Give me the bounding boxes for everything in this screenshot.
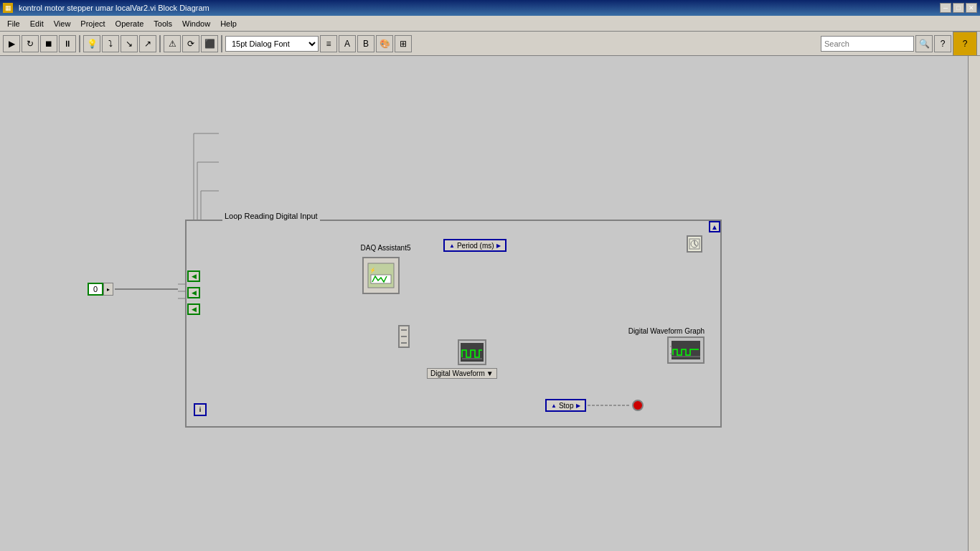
highlight-button[interactable]: 💡 — [83, 35, 100, 52]
unbundle-connector-1 — [401, 329, 407, 331]
unbundle-connector-3 — [401, 342, 407, 344]
title-bar-left: ▦ kontrol motor stepper umar localVar2.v… — [3, 3, 209, 13]
scroll-down-button[interactable]: ▼ — [969, 540, 980, 551]
loop-inner: ▲ ◀ ◀ ◀ DAQ Assistant5 ⚡ — [187, 221, 720, 426]
step-out-button[interactable]: ↗ — [139, 35, 156, 52]
shift-register: ◀ ◀ ◀ — [187, 268, 201, 318]
text-size-button[interactable]: A — [339, 35, 356, 52]
run-button[interactable]: ▶ — [3, 35, 20, 52]
text-style-button[interactable]: B — [357, 35, 374, 52]
stop-label: Stop — [559, 402, 574, 410]
context-help-button[interactable]: ? — [953, 32, 977, 56]
numeric-value[interactable]: 0 — [88, 283, 103, 296]
step-over-button[interactable]: ⤵ — [102, 35, 119, 52]
pause-button[interactable]: ⏸ — [59, 35, 76, 52]
loop-scroll-indicator[interactable]: ▲ — [709, 221, 720, 232]
menu-view[interactable]: View — [50, 18, 75, 29]
run-continuously-button[interactable]: ↻ — [22, 35, 39, 52]
menu-file[interactable]: File — [3, 18, 24, 29]
shift-mid-arrow[interactable]: ◀ — [187, 287, 200, 298]
color-button[interactable]: 🎨 — [376, 35, 393, 52]
abort-button[interactable]: ⏹ — [40, 35, 57, 52]
stop-terminal[interactable] — [632, 400, 644, 411]
shift-down-arrow[interactable]: ◀ — [187, 303, 200, 315]
wait-function[interactable] — [687, 235, 702, 253]
clean-button[interactable]: ⬛ — [201, 35, 218, 52]
menu-help[interactable]: Help — [216, 18, 241, 29]
search-button[interactable]: 🔍 — [915, 35, 933, 52]
stop-box[interactable]: ▲ Stop ▶ — [545, 399, 586, 412]
dwg-icon — [670, 339, 702, 361]
snap-button[interactable]: ⊞ — [395, 35, 412, 52]
menu-edit[interactable]: Edit — [26, 18, 48, 29]
shift-up-arrow[interactable]: ◀ — [187, 270, 200, 282]
app-icon: ▦ — [3, 3, 13, 13]
digital-waveform-graph[interactable] — [667, 336, 705, 364]
daq-label: DAQ Assistant5 — [359, 244, 413, 252]
vertical-scrollbar[interactable]: ▲ ▼ — [969, 56, 980, 551]
period-control: ▲ Period (ms) ▶ — [443, 239, 507, 252]
window-title: kontrol motor stepper umar localVar2.vi … — [19, 4, 209, 12]
loop-iteration-indicator: i — [194, 403, 207, 416]
numeric-increment[interactable]: ▸ — [103, 283, 113, 296]
retain-button[interactable]: ⟳ — [182, 35, 199, 52]
daq-icon: ⚡ — [367, 262, 395, 289]
close-button[interactable]: ✕ — [966, 3, 977, 13]
svg-rect-19 — [670, 347, 672, 354]
text-align-button[interactable]: ≡ — [320, 35, 337, 52]
help-button[interactable]: ? — [934, 35, 951, 52]
block-diagram-canvas[interactable]: 0 ▸ Loop Reading Digital Input ▲ ◀ ◀ ◀ D… — [0, 56, 980, 551]
daq-assistant[interactable]: ⚡ — [362, 257, 400, 294]
dropdown-arrow-icon: ▼ — [486, 369, 494, 377]
search-input[interactable] — [821, 36, 914, 52]
title-bar: ▦ kontrol motor stepper umar localVar2.v… — [0, 0, 980, 16]
menu-tools[interactable]: Tools — [149, 18, 176, 29]
period-box[interactable]: ▲ Period (ms) ▶ — [443, 239, 507, 252]
title-bar-controls: ─ □ ✕ — [940, 3, 977, 13]
iteration-label: i — [199, 406, 202, 413]
step-into-button[interactable]: ↘ — [121, 35, 138, 52]
period-label: Period (ms) — [457, 242, 494, 250]
warn-button[interactable]: ⚠ — [164, 35, 181, 52]
minimize-button[interactable]: ─ — [940, 3, 951, 13]
font-selector[interactable]: 15pt Dialog Font — [225, 36, 319, 52]
digital-waveform-graph-area: Digital Waveform Graph — [611, 327, 705, 364]
svg-text:⚡: ⚡ — [369, 267, 376, 273]
stop-wire — [588, 399, 631, 412]
digital-waveform-icon — [461, 343, 484, 362]
separator-3 — [221, 35, 222, 52]
separator-2 — [159, 35, 161, 52]
loop-label: Loop Reading Digital Input — [222, 211, 320, 221]
unbundle-node[interactable] — [398, 325, 410, 348]
unbundle-connector-2 — [401, 336, 407, 337]
toolbar: ▶ ↻ ⏹ ⏸ 💡 ⤵ ↘ ↗ ⚠ ⟳ ⬛ 15pt Dialog Font ≡… — [0, 32, 980, 56]
digital-waveform-indicator[interactable] — [458, 339, 486, 365]
menu-bar: File Edit View Project Operate Tools Win… — [0, 16, 980, 32]
wait-icon — [689, 238, 700, 250]
digital-waveform-text: Digital Waveform — [430, 369, 485, 377]
scroll-track — [969, 67, 980, 540]
scroll-up-button[interactable]: ▲ — [969, 56, 980, 67]
menu-window[interactable]: Window — [178, 18, 215, 29]
stop-control: ▲ Stop ▶ — [545, 399, 644, 412]
maximize-button[interactable]: □ — [953, 3, 964, 13]
dwg-label: Digital Waveform Graph — [611, 327, 705, 335]
menu-operate[interactable]: Operate — [111, 18, 149, 29]
daq-assistant-area: DAQ Assistant5 ⚡ — [362, 257, 400, 294]
menu-project[interactable]: Project — [76, 18, 109, 29]
digital-waveform-label[interactable]: Digital Waveform ▼ — [427, 368, 497, 379]
while-loop: Loop Reading Digital Input ▲ ◀ ◀ ◀ DAQ A… — [185, 220, 722, 428]
numeric-constant: 0 ▸ — [88, 283, 113, 296]
separator-1 — [79, 35, 80, 52]
